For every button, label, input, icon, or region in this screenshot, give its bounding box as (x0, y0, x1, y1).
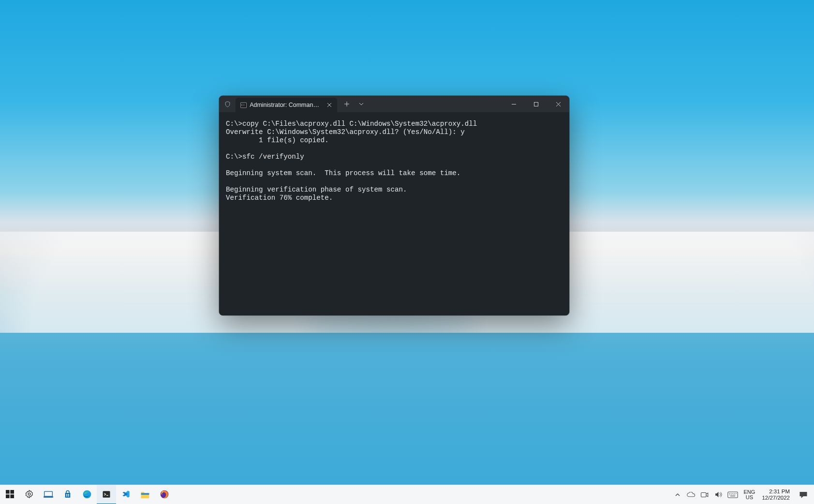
tab-label: Administrator: Command Prom (250, 102, 322, 108)
maximize-button[interactable] (525, 96, 547, 112)
clock-date: 12/27/2022 (762, 495, 790, 501)
svg-text:C:\: C:\ (241, 104, 245, 106)
svg-rect-24 (141, 493, 149, 494)
close-button[interactable] (547, 96, 569, 112)
file-explorer-button[interactable] (135, 485, 155, 504)
titlebar-drag-region[interactable] (368, 96, 503, 112)
task-view-button[interactable] (39, 485, 58, 504)
svg-rect-15 (44, 491, 53, 496)
svg-rect-22 (103, 491, 110, 498)
tab-dropdown-button[interactable] (355, 97, 368, 111)
clock-time: 2:31 PM (769, 489, 790, 495)
action-center-button[interactable] (795, 485, 812, 504)
terminal-output[interactable]: C:\>copy C:\Files\acproxy.dll C:\Windows… (219, 112, 569, 315)
svg-rect-18 (68, 494, 69, 495)
svg-rect-11 (10, 490, 14, 494)
lang-primary: ENG (744, 489, 755, 495)
start-button[interactable] (0, 485, 19, 504)
taskbar: ENG US 2:31 PM 12/27/2022 (0, 485, 814, 504)
svg-rect-12 (6, 494, 10, 498)
window-titlebar[interactable]: C:\ Administrator: Command Prom (219, 96, 569, 112)
svg-rect-16 (44, 496, 53, 498)
terminal-taskbar-button[interactable] (97, 485, 116, 504)
language-indicator[interactable]: ENG US (741, 489, 757, 500)
svg-rect-7 (534, 102, 538, 106)
svg-rect-10 (6, 490, 10, 494)
shield-icon (219, 96, 236, 112)
terminal-window: C:\ Administrator: Command Prom (219, 96, 569, 315)
tab-command-prompt[interactable]: C:\ Administrator: Command Prom (236, 98, 337, 112)
firefox-button[interactable] (155, 485, 174, 504)
show-hidden-icons-button[interactable] (672, 485, 683, 504)
microsoft-store-button[interactable] (58, 485, 77, 504)
tab-close-button[interactable] (325, 101, 333, 109)
cmd-icon: C:\ (240, 102, 247, 108)
svg-point-14 (28, 493, 30, 495)
new-tab-button[interactable] (340, 97, 354, 111)
svg-rect-26 (701, 492, 707, 497)
clock-button[interactable]: 2:31 PM 12/27/2022 (759, 489, 793, 501)
lang-secondary: US (746, 495, 753, 500)
svg-rect-17 (66, 494, 67, 495)
ime-tray-icon[interactable] (726, 485, 740, 504)
volume-tray-icon[interactable] (712, 485, 724, 504)
svg-rect-20 (68, 495, 69, 496)
svg-rect-19 (66, 495, 67, 496)
meet-now-tray-icon[interactable] (699, 485, 710, 504)
minimize-button[interactable] (503, 96, 525, 112)
vscode-button[interactable] (116, 485, 135, 504)
settings-button[interactable] (19, 485, 39, 504)
edge-button[interactable] (77, 485, 97, 504)
svg-rect-13 (10, 494, 14, 498)
onedrive-tray-icon[interactable] (685, 485, 697, 504)
